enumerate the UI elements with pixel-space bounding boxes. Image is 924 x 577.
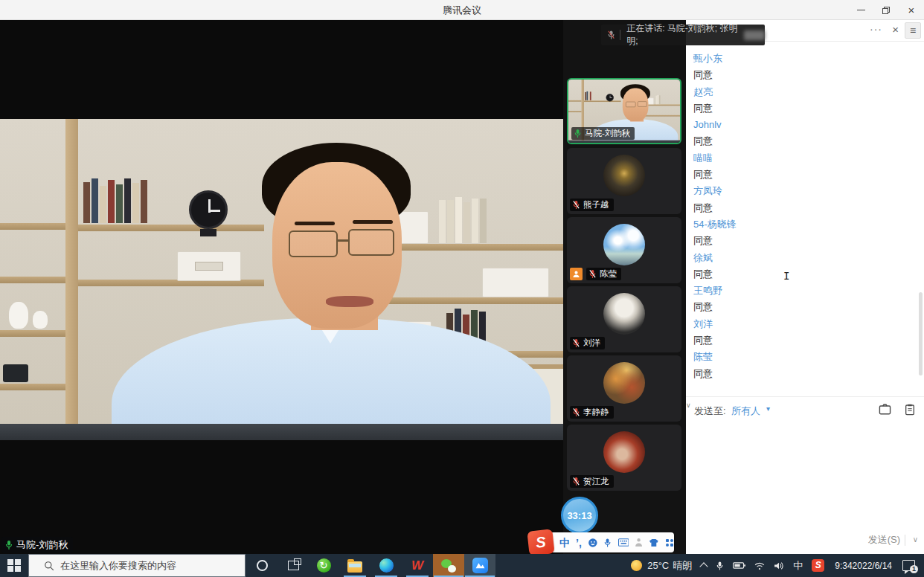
taskbar-search[interactable] (28, 554, 246, 577)
chat-menu-button[interactable]: ≡ (905, 22, 921, 39)
chat-message: 方凤玲同意 (693, 183, 902, 216)
taskbar-app-sync[interactable]: ↻ (308, 554, 339, 577)
mic-muted-icon (572, 338, 580, 348)
chat-message: 甄小东同意 (693, 51, 902, 84)
participant-strip: 马院-刘韵秋 熊子越 陈莹 刘洋 (563, 20, 686, 554)
taskbar-app-wps[interactable]: W (402, 554, 433, 577)
taskbar-clock[interactable]: 9:34 2022/6/14 (829, 554, 898, 577)
clock-time: 9:34 (835, 561, 852, 571)
participant-name-label: 贺江龙 (570, 475, 614, 488)
participant-tile-active-speaker[interactable]: 马院-刘韵秋 (567, 78, 681, 144)
avatar (603, 224, 645, 265)
send-button[interactable]: 发送(S) (868, 533, 900, 547)
task-view-button[interactable] (278, 554, 308, 577)
sogou-logo-icon[interactable]: S (527, 529, 554, 555)
chat-message: 陈莹同意 (693, 349, 902, 382)
windows-taskbar: ↻ W 25°C 晴朗 中 (0, 554, 924, 577)
restore-icon (882, 7, 890, 14)
speaker-name-label: 马院-刘韵秋 (1, 537, 73, 553)
chat-scrollbar[interactable] (919, 292, 923, 375)
chat-message-list[interactable]: 甄小东同意 赵亮同意 Johnlv同意 喵喵同意 方凤玲同意 54-杨晓锋同意 … (693, 51, 902, 382)
toolbox-icon[interactable] (665, 538, 674, 548)
chat-message: 刘洋同意 (693, 316, 902, 349)
ime-mode-toggle[interactable]: 中 (559, 538, 570, 548)
chat-panel: ··· × ≡ 甄小东同意 赵亮同意 Johnlv同意 喵喵同意 方凤玲同意 5… (686, 20, 924, 554)
weather-widget[interactable]: 25°C 晴朗 (626, 554, 696, 577)
chat-input-area[interactable] (686, 422, 924, 533)
action-center-button[interactable]: 1 (898, 554, 924, 577)
redacted-name (744, 30, 765, 40)
chat-more-button[interactable]: ··· (870, 23, 882, 35)
chevron-up-icon (700, 562, 708, 570)
chat-close-button[interactable]: × (892, 23, 899, 36)
search-input[interactable] (60, 560, 239, 571)
participant-tile[interactable]: 贺江龙 (567, 425, 681, 491)
taskbar-app-edge[interactable] (370, 554, 402, 577)
sync-app-icon: ↻ (317, 558, 331, 573)
close-button[interactable]: × (899, 0, 924, 20)
file-explorer-icon (347, 561, 362, 573)
skin-icon[interactable] (649, 538, 659, 548)
notification-badge: 1 (910, 565, 918, 573)
restore-button[interactable] (873, 0, 899, 20)
emoji-picker-icon[interactable] (588, 537, 598, 549)
tray-battery[interactable] (728, 554, 750, 577)
participant-name-label: 李静静 (570, 406, 614, 419)
participant-tile[interactable]: 陈莹 (567, 217, 681, 283)
mic-on-icon (4, 540, 13, 550)
chat-message: Johnlv同意 (693, 117, 902, 150)
minimize-button[interactable] (848, 0, 873, 20)
participant-name-label: 熊子越 (570, 199, 614, 211)
screen: 腾讯会议 × (0, 0, 924, 577)
mic-muted-icon (588, 269, 597, 279)
mic-muted-icon (607, 30, 615, 40)
speaking-toast-text: 正在讲话: 马院-刘韵秋; 张明明; (626, 22, 741, 48)
chat-message: 赵亮同意 (693, 84, 902, 117)
meeting-timer[interactable]: 33:13 (561, 497, 598, 534)
participant-tile[interactable]: 刘洋 (567, 286, 681, 352)
taskbar-app-explorer[interactable] (339, 554, 370, 577)
send-to-selector[interactable]: 所有人 (731, 404, 760, 418)
avatar (603, 155, 645, 196)
wps-office-icon: W (411, 558, 423, 573)
member-badge-icon (570, 268, 583, 280)
weather-temp: 25°C (647, 560, 669, 571)
participant-tile[interactable]: 熊子越 (567, 148, 681, 214)
speaking-toast: 正在讲话: 马院-刘韵秋; 张明明; (601, 25, 765, 45)
mic-icon (716, 561, 724, 571)
keyboard-icon[interactable] (618, 538, 629, 547)
chat-message: 王鸣野同意 (693, 283, 902, 316)
screenshot-icon[interactable] (879, 404, 891, 416)
avatar (603, 362, 645, 404)
chat-message: 54-杨晓锋同意 (693, 216, 902, 250)
cortana-button[interactable] (246, 554, 278, 577)
tencent-meeting-icon (472, 558, 488, 573)
chevron-down-icon[interactable]: ∨ (686, 402, 691, 409)
tray-mic[interactable] (711, 554, 728, 577)
window-title: 腾讯会议 (0, 0, 924, 20)
tray-sogou[interactable]: S (807, 554, 829, 577)
tray-expand-button[interactable] (696, 554, 711, 577)
tray-volume[interactable] (769, 554, 789, 577)
tray-ime-indicator[interactable]: 中 (789, 554, 807, 577)
participant-tile[interactable]: 李静静 (567, 355, 681, 422)
start-button[interactable] (0, 554, 28, 577)
taskbar-app-wechat[interactable] (433, 554, 464, 577)
send-options-chevron-icon[interactable]: ∨ (913, 535, 918, 544)
avatar (603, 293, 645, 335)
voice-input-icon[interactable] (603, 537, 612, 549)
minimize-icon (857, 10, 865, 11)
tray-network[interactable] (750, 554, 769, 577)
chevron-down-icon[interactable]: ▾ (766, 404, 770, 413)
chat-history-icon[interactable] (905, 404, 915, 416)
ime-toolbar[interactable]: S 中 ’, (533, 532, 674, 552)
notification-icon: 1 (902, 560, 915, 571)
passthrough-mode-icon[interactable] (635, 537, 643, 548)
clock-date: 2022/6/14 (853, 561, 892, 571)
ime-punctuation-toggle[interactable]: ’, (576, 538, 582, 548)
main-video-stage (0, 20, 563, 554)
send-to-label: 发送至: (694, 404, 726, 418)
send-to-row: 发送至: 所有人 ▾ ∨ (686, 396, 924, 422)
wireless-signal-icon (754, 561, 765, 570)
taskbar-app-meeting[interactable] (464, 554, 495, 577)
